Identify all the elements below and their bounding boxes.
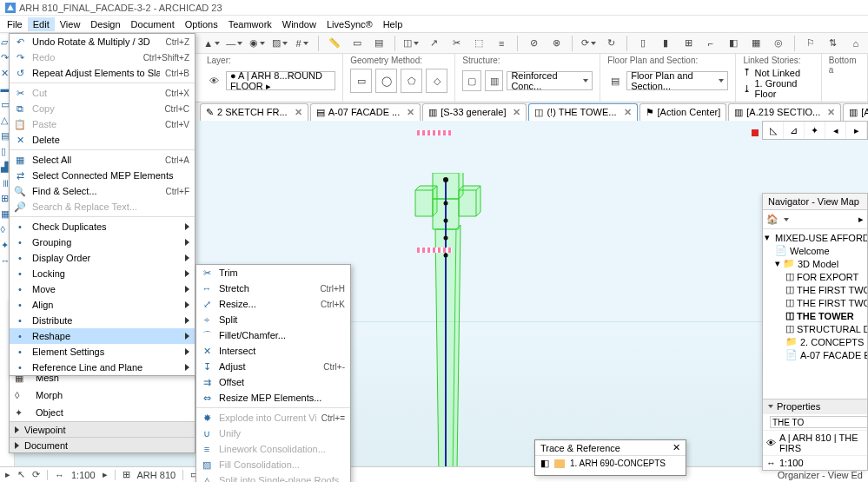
menu-item-reference-line-and-plane[interactable]: •Reference Line and Plane: [10, 360, 195, 375]
tab--action-center-[interactable]: ⚑[Action Center]: [639, 103, 727, 121]
menu-item-element-settings[interactable]: •Element Settings: [10, 344, 195, 360]
split-icon[interactable]: ⊘: [525, 36, 542, 51]
tab--s-33-generale-[interactable]: ▥[S-33 generale]✕: [422, 103, 527, 121]
menu-help[interactable]: Help: [378, 17, 408, 31]
reshape-item-resize-mep-elements-[interactable]: ⇔Resize MEP Elements...: [196, 390, 350, 406]
hatch-tool-icon[interactable]: ▨: [271, 36, 288, 51]
nav-node-3d-model[interactable]: ▾📁3D Model: [765, 257, 865, 270]
menu-design[interactable]: Design: [85, 17, 125, 31]
sb-orbit-icon[interactable]: ⟳: [32, 469, 40, 480]
reshape-item-adjust[interactable]: ↧AdjustCtrl+-: [196, 359, 350, 374]
sb-model[interactable]: ARH 810: [137, 470, 176, 480]
menu-item-select-connected-mep-elements[interactable]: ⇄Select Connected MEP Elements: [10, 168, 195, 183]
menu-file[interactable]: File: [2, 17, 28, 31]
toolbox-header-document[interactable]: Document: [10, 437, 195, 452]
menu-item-display-order[interactable]: •Display Order: [10, 250, 195, 266]
menu-item-align[interactable]: •Align: [10, 297, 195, 313]
home-icon[interactable]: ⌂: [847, 36, 865, 51]
reshape-item-resize-[interactable]: ⤢Resize...Ctrl+K: [196, 296, 350, 312]
nav-node-the-tower[interactable]: ◫THE TOWER: [765, 309, 865, 322]
tab-2-sketch-fr-[interactable]: ✎2 SKETCH FR...✕: [200, 103, 308, 121]
tab--the-towe-[interactable]: ◫(!) THE TOWE...✕: [528, 103, 637, 121]
beam-icon[interactable]: ⌐: [702, 36, 719, 51]
cursor-tool-icon[interactable]: ▲: [203, 36, 221, 51]
struct-basic-icon[interactable]: ▢: [462, 70, 481, 91]
sb-zoom[interactable]: 1:100: [71, 470, 96, 480]
nav-node-the-first-two-f[interactable]: ◫THE FIRST TWO F: [765, 283, 865, 296]
prop-name-input[interactable]: [770, 416, 868, 428]
qo-snap-icon[interactable]: ✦: [805, 122, 825, 139]
nav-node-2-concepts-ty[interactable]: 📁2. CONCEPTS -TY: [765, 335, 865, 348]
flag-icon[interactable]: ⚐: [802, 36, 819, 51]
expand-icon[interactable]: ▾: [775, 258, 780, 269]
reshape-item-stretch[interactable]: ↔StretchCtrl+H: [196, 281, 350, 296]
nav-node-welcome[interactable]: 📄Welcome: [765, 244, 865, 257]
window-icon[interactable]: ⊞: [679, 36, 697, 51]
structure-dropdown[interactable]: Reinforced Conc...: [507, 71, 593, 90]
tab--a-219-sectio-[interactable]: ▥[A.219 SECTIO...✕: [728, 103, 841, 121]
menu-item-distribute[interactable]: •Distribute: [10, 313, 195, 328]
nav-map-dropdown-icon[interactable]: [784, 218, 789, 221]
reshape-item-split[interactable]: ÷Split: [196, 312, 350, 327]
section-icon[interactable]: ◧: [725, 36, 742, 51]
qo-ortho-icon[interactable]: ⊿: [784, 122, 805, 139]
geo-rect-icon[interactable]: ▭: [350, 69, 372, 93]
column-icon[interactable]: ▮: [657, 36, 674, 51]
layer-dropdown[interactable]: ● A | ARH 8...ROUND FLOOR ▸: [226, 71, 335, 90]
close-icon[interactable]: ✕: [827, 107, 835, 118]
close-icon[interactable]: ✕: [624, 107, 632, 118]
reshape-item-fillet-chamfer-[interactable]: ⌒Fillet/Chamfer...: [196, 327, 350, 343]
close-icon[interactable]: ✕: [407, 107, 414, 118]
geo-circle-icon[interactable]: ◯: [375, 69, 397, 93]
alert-indicator[interactable]: [752, 129, 759, 136]
menu-item-grouping[interactable]: •Grouping: [10, 234, 195, 250]
menu-edit[interactable]: Edit: [28, 17, 55, 31]
rotate-icon[interactable]: ↻: [602, 36, 620, 51]
detail-icon[interactable]: ◎: [770, 36, 787, 51]
floorplan-dropdown[interactable]: Floor Plan and Section...: [626, 71, 728, 90]
qo-select-icon[interactable]: ◺: [763, 122, 784, 139]
book-icon[interactable]: ▤: [370, 36, 388, 51]
teamwork-icon[interactable]: ⇅: [825, 36, 842, 51]
door-icon[interactable]: ▯: [634, 36, 652, 51]
close-icon[interactable]: ✕: [673, 442, 680, 453]
eye-icon[interactable]: 👁: [207, 73, 222, 89]
menu-item-check-duplicates[interactable]: •Check Duplicates: [10, 219, 195, 234]
tool-morph[interactable]: ◊Morph: [10, 386, 195, 404]
extrude-icon[interactable]: ⬚: [470, 36, 487, 51]
menu-view[interactable]: View: [55, 17, 86, 31]
menu-teamwork[interactable]: Teamwork: [223, 17, 277, 31]
line-tool-icon[interactable]: —: [226, 36, 243, 51]
nav-node-the-first-two-f[interactable]: ◫THE FIRST TWO F: [765, 296, 865, 309]
reshape-item-offset[interactable]: ⇉Offset: [196, 374, 350, 390]
qo-fwd-icon[interactable]: ▸: [846, 122, 867, 139]
expand-icon[interactable]: ▾: [765, 232, 770, 243]
nav-node-a-07-facade-eas[interactable]: 📄A-07 FACADE EAS: [765, 348, 865, 361]
sb-organizer[interactable]: Organizer - View Ed: [778, 470, 863, 480]
tool-object[interactable]: ✦Object: [10, 404, 195, 421]
menu-item-find-select-[interactable]: 🔍Find & Select...Ctrl+F: [10, 183, 195, 199]
split2-icon[interactable]: ⊗: [547, 36, 565, 51]
navigator-tree[interactable]: ▾ MIXED-USE AFFORDA 📄Welcome▾📁3D Model◫F…: [763, 229, 867, 399]
eye-tool-icon[interactable]: ◉: [248, 36, 266, 51]
menu-item-undo-rotate-multiply-d[interactable]: ↶Undo Rotate & Multiply / 3DCtrl+Z: [10, 34, 195, 50]
tab-a-07-facade-[interactable]: ▤A-07 FACADE ...✕: [310, 103, 421, 121]
geo-poly-icon[interactable]: ⬠: [401, 69, 422, 93]
trace-reference-palette[interactable]: Trace & Reference ✕ ◧ 1. ARH 690-CONCEPT…: [534, 439, 686, 476]
menu-item-repeat-adjust-elements-to-slabs-[interactable]: ↺Repeat Adjust Elements to Slabs...Ctrl+…: [10, 65, 195, 81]
sb-cursor-icon[interactable]: ↖: [17, 469, 25, 480]
reshape-item-intersect[interactable]: ✕Intersect: [196, 343, 350, 359]
arrow-angle-icon[interactable]: ↗: [425, 36, 442, 51]
nav-node-for-export[interactable]: ◫FOR EXPORT: [765, 270, 865, 283]
orbit-icon[interactable]: ⟳: [580, 36, 597, 51]
sb-arrow-icon[interactable]: ▸: [5, 469, 10, 480]
menu-item-select-all[interactable]: ▦Select AllCtrl+A: [10, 152, 195, 168]
elevation-icon[interactable]: ▦: [747, 36, 765, 51]
tab--a23-struct-[interactable]: ▥[A23 STRUCT...✕: [843, 103, 868, 121]
menu-window[interactable]: Window: [277, 17, 321, 31]
close-icon[interactable]: ✕: [513, 107, 520, 118]
trim-icon[interactable]: ✂: [447, 36, 465, 51]
toolbox-header-viewpoint[interactable]: Viewpoint: [10, 421, 195, 437]
chevron-right-icon[interactable]: ▸: [103, 469, 108, 480]
menu-item-reshape[interactable]: •Reshape: [10, 328, 195, 344]
